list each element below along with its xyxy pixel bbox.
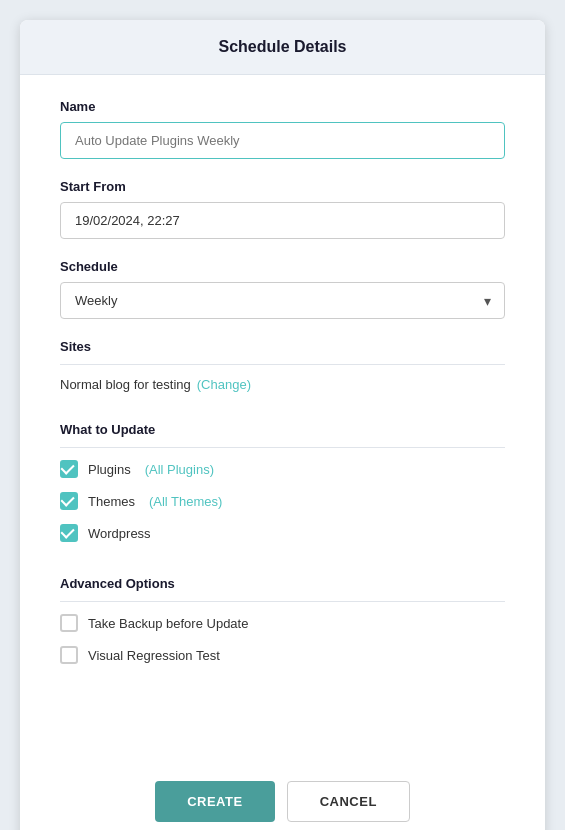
backup-checkbox-item: Take Backup before Update <box>60 614 505 632</box>
advanced-options-divider <box>60 601 505 602</box>
advanced-options-section: Advanced Options Take Backup before Upda… <box>60 576 505 678</box>
modal-header: Schedule Details <box>20 20 545 75</box>
visual-regression-label: Visual Regression Test <box>88 648 220 663</box>
modal-container: Schedule Details Name Start From Schedul… <box>20 20 545 830</box>
modal-title: Schedule Details <box>44 38 521 56</box>
all-plugins-link[interactable]: (All Plugins) <box>145 462 214 477</box>
sites-section: Sites Normal blog for testing (Change) <box>60 339 505 412</box>
schedule-label: Schedule <box>60 259 505 274</box>
schedule-field-group: Schedule Weekly Daily Monthly Custom ▾ <box>60 259 505 319</box>
start-from-input[interactable] <box>60 202 505 239</box>
schedule-select[interactable]: Weekly Daily Monthly Custom <box>60 282 505 319</box>
name-field-group: Name <box>60 99 505 159</box>
cancel-button[interactable]: CANCEL <box>287 781 410 822</box>
what-to-update-divider <box>60 447 505 448</box>
all-themes-link[interactable]: (All Themes) <box>149 494 222 509</box>
sites-label: Sites <box>60 339 505 354</box>
what-to-update-section: What to Update Plugins (All Plugins) The… <box>60 422 505 556</box>
advanced-options-label: Advanced Options <box>60 576 505 591</box>
wordpress-checkbox[interactable] <box>60 524 78 542</box>
plugins-checkbox[interactable] <box>60 460 78 478</box>
name-input[interactable] <box>60 122 505 159</box>
plugins-checkbox-item: Plugins (All Plugins) <box>60 460 505 478</box>
create-button[interactable]: CREATE <box>155 781 274 822</box>
modal-footer: CREATE CANCEL <box>20 761 545 830</box>
start-from-field-group: Start From <box>60 179 505 239</box>
name-label: Name <box>60 99 505 114</box>
change-link[interactable]: (Change) <box>197 377 251 392</box>
modal-body: Name Start From Schedule Weekly Daily Mo… <box>20 75 545 761</box>
backup-checkbox[interactable] <box>60 614 78 632</box>
start-from-label: Start From <box>60 179 505 194</box>
schedule-select-wrapper: Weekly Daily Monthly Custom ▾ <box>60 282 505 319</box>
visual-regression-checkbox-item: Visual Regression Test <box>60 646 505 664</box>
sites-divider <box>60 364 505 365</box>
backup-label: Take Backup before Update <box>88 616 248 631</box>
wordpress-checkbox-item: Wordpress <box>60 524 505 542</box>
plugins-label: Plugins <box>88 462 131 477</box>
sites-row: Normal blog for testing (Change) <box>60 377 505 392</box>
site-name: Normal blog for testing <box>60 377 191 392</box>
themes-checkbox-item: Themes (All Themes) <box>60 492 505 510</box>
themes-label: Themes <box>88 494 135 509</box>
wordpress-label: Wordpress <box>88 526 151 541</box>
visual-regression-checkbox[interactable] <box>60 646 78 664</box>
themes-checkbox[interactable] <box>60 492 78 510</box>
what-to-update-label: What to Update <box>60 422 505 437</box>
